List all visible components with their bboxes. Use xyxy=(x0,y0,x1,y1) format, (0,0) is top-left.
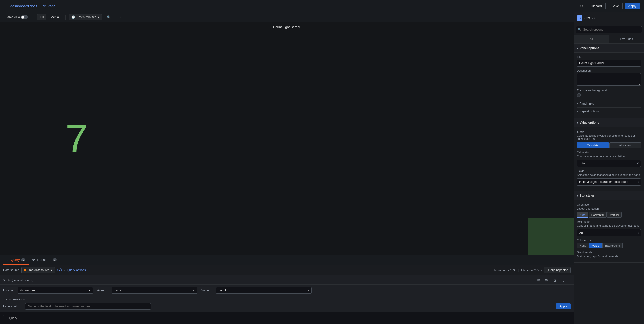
transformations-label: Transformations xyxy=(3,298,571,301)
apply-button[interactable]: Apply xyxy=(625,3,640,9)
value-options-label: Value options xyxy=(580,121,599,124)
value-select[interactable]: count ▾ xyxy=(216,287,312,294)
text-mode-label: Text mode xyxy=(577,220,641,223)
info-separator: | xyxy=(518,269,519,272)
horizontal-orientation-button[interactable]: Horizontal xyxy=(589,212,607,218)
collapse-arrow[interactable]: ∨ xyxy=(3,278,5,282)
back-arrow-icon: ← xyxy=(4,4,7,8)
title-input[interactable] xyxy=(577,60,641,67)
text-mode-select[interactable]: Auto xyxy=(577,229,641,236)
duplicate-query-button[interactable]: ⧉ xyxy=(536,277,541,283)
auto-orientation-button[interactable]: Auto xyxy=(577,212,588,218)
asset-select[interactable]: docs ▾ xyxy=(112,287,197,294)
calculation-clear-icon[interactable]: ✕ xyxy=(636,162,639,165)
title-field-label: Title xyxy=(577,56,641,59)
query-inspector-button[interactable]: Query inspector xyxy=(544,267,571,273)
toggle-visibility-button[interactable]: 👁 xyxy=(543,277,550,283)
graph-mode-description: Stat panel graph / sparkline mode xyxy=(577,255,641,258)
right-panel-header: S Stat ‹ › xyxy=(574,12,644,24)
transparent-bg-toggle[interactable] xyxy=(577,93,581,97)
location-value: dccaachen xyxy=(20,289,35,292)
breadcrumb-page: Edit Panel xyxy=(40,4,56,8)
settings-button[interactable]: ⚙ xyxy=(578,3,585,9)
fields-description: Select the fields that should be include… xyxy=(577,173,641,176)
apply-transformations-button[interactable]: Apply xyxy=(556,303,571,309)
query-tab-icon: ⬡ xyxy=(7,258,9,262)
stat-styles-section-header[interactable]: ▾ Stat styles xyxy=(574,191,644,200)
drag-handle[interactable]: ⋮⋮ xyxy=(560,277,571,283)
location-chevron: ▾ xyxy=(89,289,90,292)
repeat-options-link[interactable]: › Repeat options xyxy=(577,107,641,115)
main-layout: Table view Fill Actual 🕐 Last 5 minutes … xyxy=(0,12,644,324)
tab-overrides[interactable]: Overrides xyxy=(609,35,644,43)
description-textarea[interactable] xyxy=(577,73,641,86)
right-panel-tabs: All Overrides xyxy=(574,35,644,44)
labels-field-input[interactable] xyxy=(25,303,151,310)
table-view-toggle[interactable] xyxy=(21,15,28,19)
zoom-out-button[interactable]: 🔍 xyxy=(104,14,113,20)
query-params-row: Location dccaachen ▾ Asset docs ▾ Value … xyxy=(0,285,574,296)
vertical-orientation-button[interactable]: Vertical xyxy=(607,212,622,218)
panel-title: Count Light Barrier xyxy=(273,25,300,29)
panel-options-content: Title Description Transparent background… xyxy=(574,53,644,118)
tab-transform[interactable]: ⟳ Transform 0 xyxy=(29,255,60,265)
fields-label: Fields xyxy=(577,169,641,172)
value-options-section-header[interactable]: ▾ Value options xyxy=(574,118,644,127)
calculate-button[interactable]: Calculate xyxy=(577,142,609,148)
value-value: count xyxy=(219,289,226,292)
datasource-dot xyxy=(24,269,26,271)
time-range-button[interactable]: 🕐 Last 5 minutes ▾ xyxy=(69,14,102,20)
color-mode-value-button[interactable]: Value xyxy=(589,243,602,248)
breadcrumb: dashoboard docs / Edit Panel xyxy=(10,4,56,8)
table-view-button[interactable]: Table view xyxy=(3,14,31,20)
panel-links-label: Panel links xyxy=(579,102,594,105)
tab-query[interactable]: ⬡ Query 1 xyxy=(3,255,29,265)
all-values-button[interactable]: All values xyxy=(609,142,641,148)
orientation-label: Orientation xyxy=(577,203,641,206)
asset-value: docs xyxy=(115,289,121,292)
color-mode-background-button[interactable]: Background xyxy=(602,243,623,248)
chevron-down-icon: ▾ xyxy=(98,15,99,19)
panel-options-label: Panel options xyxy=(580,46,599,50)
query-options-label: Query options xyxy=(67,268,86,272)
refresh-icon: ↺ xyxy=(118,15,121,19)
clock-icon: 🕐 xyxy=(71,15,75,19)
orientation-btn-group: Auto Horizontal Vertical xyxy=(577,212,641,218)
viz-type-selector[interactable]: S Stat ‹ › xyxy=(577,15,595,21)
stat-styles-arrow: ▾ xyxy=(577,194,578,197)
value-chevron: ▾ xyxy=(307,289,309,292)
add-query-button[interactable]: + Query xyxy=(3,315,20,321)
delete-query-button[interactable]: 🗑 xyxy=(552,277,558,283)
back-button[interactable]: ← xyxy=(4,4,7,8)
labels-row: Labels field Apply xyxy=(3,303,571,310)
location-select[interactable]: dccaachen ▾ xyxy=(18,287,93,294)
datasource-select[interactable]: umh-datasource ▾ xyxy=(21,267,55,273)
fill-button[interactable]: Fill xyxy=(37,14,46,20)
panel-area: Table view Fill Actual 🕐 Last 5 minutes … xyxy=(0,12,574,324)
zoom-icon: 🔍 xyxy=(107,15,111,19)
panel-links-link[interactable]: › Panel links xyxy=(577,100,641,107)
add-query-row: + Query xyxy=(0,312,574,324)
value-options-content: Show Calculate a single value per column… xyxy=(574,127,644,191)
table-view-label: Table view xyxy=(6,15,20,19)
fields-select-wrap: factoryinsight-dccaachen-docs-count xyxy=(577,178,641,186)
separator-1 xyxy=(34,15,34,20)
save-button[interactable]: Save xyxy=(608,3,623,9)
refresh-button[interactable]: ↺ xyxy=(116,14,124,20)
asset-chevron: ▾ xyxy=(193,289,195,292)
actual-button[interactable]: Actual xyxy=(48,14,62,20)
show-label: Show xyxy=(577,130,641,133)
tab-all[interactable]: All xyxy=(574,35,609,43)
viz-type-icon: S xyxy=(577,15,582,21)
color-mode-none-button[interactable]: None xyxy=(577,243,589,248)
fields-select[interactable]: factoryinsight-dccaachen-docs-count xyxy=(577,178,641,186)
calculation-select[interactable]: Total xyxy=(577,160,641,167)
search-options-input[interactable] xyxy=(576,26,642,33)
stat-value: 7 xyxy=(65,118,88,159)
color-mode-label: Color mode xyxy=(577,239,641,242)
transform-tab-badge: 0 xyxy=(53,258,57,261)
query-options-link[interactable]: Query options xyxy=(67,268,86,272)
panel-options-section-header[interactable]: ▾ Panel options xyxy=(574,44,644,53)
datasource-info-icon[interactable]: i xyxy=(57,268,62,272)
discard-button[interactable]: Discard xyxy=(587,3,606,9)
